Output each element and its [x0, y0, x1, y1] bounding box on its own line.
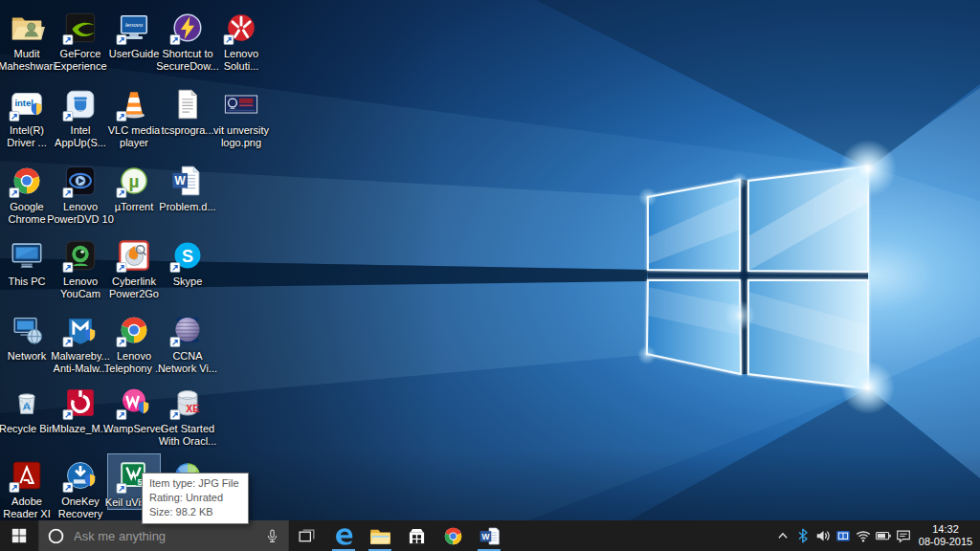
desktop-icon[interactable]: OneKey Recovery: [54, 453, 107, 520]
search-input[interactable]: [72, 528, 257, 544]
taskbar-clock[interactable]: 14:32 08-09-2015: [913, 520, 980, 551]
taskbar: W 14:32 08-09-2015: [0, 520, 980, 551]
powerdvd-icon: [54, 159, 107, 199]
taskbar-app-file-explorer[interactable]: [362, 520, 398, 551]
desktop-icon-label: Get Started With Oracl...: [154, 423, 221, 448]
onekey-icon: [54, 453, 107, 494]
lenovosol-icon: [214, 6, 268, 46]
taskbar-app-edge[interactable]: [325, 520, 362, 551]
desktop-icon[interactable]: Google Chrome: [0, 159, 54, 226]
tray-wifi-icon[interactable]: [854, 520, 873, 551]
worddoc-icon: W: [161, 159, 214, 199]
desktop-icon[interactable]: Lenovo PowerDVD 10: [54, 159, 107, 226]
textdoc-icon: [161, 82, 214, 122]
desktop-icon[interactable]: This PC: [0, 233, 54, 288]
clock-time: 14:32: [916, 523, 975, 536]
wamp-icon: [107, 381, 161, 421]
chrome-icon: [441, 524, 465, 548]
geforce-icon: [54, 6, 107, 46]
oracle-icon: XE: [161, 381, 214, 421]
tray-display-utility-icon[interactable]: [834, 520, 853, 551]
desktop-icon[interactable]: Lenovo Soluti...: [214, 6, 268, 73]
desktop-icon[interactable]: Network: [0, 308, 54, 363]
edge-icon: [332, 524, 356, 548]
taskbar-app-chrome[interactable]: [434, 520, 471, 551]
secure-icon: [161, 6, 214, 46]
tray-volume-icon[interactable]: [813, 520, 833, 551]
desktop-icon-label: Problem.d...: [154, 201, 221, 213]
ccna-icon: [161, 308, 214, 348]
taskbar-apps: W: [325, 520, 507, 551]
tray-bluetooth-icon[interactable]: [793, 520, 813, 551]
tray-hidden-icons-icon[interactable]: [773, 520, 792, 551]
network-icon: [0, 308, 54, 348]
tray-action-center-icon[interactable]: [894, 520, 913, 551]
thispc-icon: [0, 233, 54, 274]
desktop-icon[interactable]: Lenovo Telephony ...: [107, 308, 161, 375]
tooltip-line: Item type: JPG File: [149, 476, 239, 491]
svg-text:lenovo: lenovo: [125, 21, 144, 28]
windows-desktop: Mudit MaheshwariGeForce Experiencelenovo…: [0, 0, 980, 551]
desktop-icon[interactable]: SSkype: [161, 233, 214, 288]
windows-start-icon: [11, 528, 27, 543]
desktop-icon[interactable]: Recycle Bin: [0, 381, 54, 435]
malware-icon: [54, 308, 107, 348]
system-tray: [773, 520, 913, 551]
svg-text:W: W: [481, 531, 489, 540]
taskbar-app-word[interactable]: W: [471, 520, 507, 551]
skype-icon: S: [161, 233, 214, 274]
desktop-icon-label: Lenovo Soluti...: [208, 48, 275, 73]
desktop-icon[interactable]: Mblaze_M...: [54, 381, 107, 435]
adobe-icon: [0, 453, 54, 494]
tray-battery-icon[interactable]: [874, 520, 893, 551]
desktop-icon[interactable]: Lenovo YouCam: [54, 233, 107, 300]
desktop-icon[interactable]: VLC media player: [107, 82, 161, 149]
folderuser-icon: [0, 6, 54, 46]
chrome-icon: [0, 159, 54, 199]
desktop-icon[interactable]: vit unversity logo.png: [214, 82, 268, 149]
tooltip-line: Size: 98.2 KB: [149, 505, 239, 519]
userguide-icon: lenovo: [107, 6, 161, 46]
desktop-icon[interactable]: µµTorrent: [107, 159, 161, 213]
cortana-icon: [47, 527, 65, 545]
clock-date: 08-09-2015: [916, 536, 975, 548]
cortana-search-box[interactable]: [38, 520, 289, 551]
store-icon: [405, 524, 429, 548]
desktop-icon[interactable]: Mudit Maheshwari: [0, 6, 54, 73]
file-tooltip: Item type: JPG File Rating: Unrated Size…: [142, 473, 249, 524]
svg-text:intel: intel: [14, 98, 33, 108]
mblaze-icon: [54, 381, 107, 421]
desktop-icon[interactable]: Cyberlink Power2Go: [107, 233, 161, 300]
desktop-icon[interactable]: Intel AppUp(S...: [54, 82, 107, 149]
intel-icon: intel: [0, 82, 54, 122]
tooltip-line: Rating: Unrated: [149, 491, 239, 505]
task-view-button[interactable]: [289, 520, 323, 551]
desktop-icon[interactable]: Adobe Reader XI: [0, 453, 54, 520]
desktop-icon[interactable]: WampServer: [107, 381, 161, 435]
word-icon: W: [478, 524, 501, 548]
desktop-icon[interactable]: Malwareby... Anti-Malw...: [54, 308, 107, 375]
desktop-icon[interactable]: tcsprogra...: [161, 82, 214, 137]
desktop-icon[interactable]: lenovoUserGuide: [107, 6, 161, 60]
vlc-icon: [107, 82, 161, 122]
chrome-icon: [107, 308, 161, 348]
youcam-icon: [54, 233, 107, 274]
desktop-icon[interactable]: CCNA Network Vi...: [161, 308, 214, 375]
desktop-icon[interactable]: WProblem.d...: [161, 159, 214, 213]
desktop-icon[interactable]: XEGet Started With Oracl...: [161, 381, 214, 448]
desktop-icon[interactable]: Shortcut to SecureDow...: [161, 6, 214, 73]
file-explorer-icon: [368, 524, 392, 548]
taskbar-app-store[interactable]: [398, 520, 434, 551]
svg-text:S: S: [182, 247, 193, 266]
appup-icon: [54, 82, 107, 122]
desktop-icon[interactable]: GeForce Experience: [54, 6, 107, 73]
svg-text:XE: XE: [186, 404, 199, 414]
svg-text:W: W: [175, 174, 187, 187]
desktop-icon-label: vit unversity logo.png: [208, 124, 275, 149]
svg-text:µ: µ: [129, 171, 140, 191]
desktop-icon[interactable]: intelIntel(R) Driver ...: [0, 82, 54, 149]
recycle-icon: [0, 381, 54, 421]
microphone-icon[interactable]: [264, 528, 280, 544]
desktop-icons: Mudit MaheshwariGeForce Experiencelenovo…: [0, 0, 980, 551]
start-button[interactable]: [0, 520, 38, 551]
